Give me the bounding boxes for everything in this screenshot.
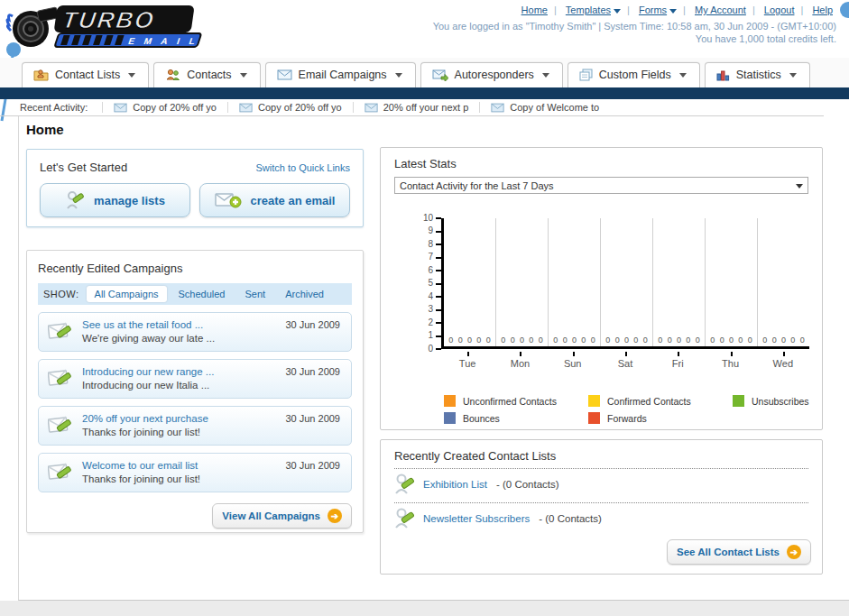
envelope-arrow-icon — [432, 69, 448, 81]
nav-link-logout[interactable]: Logout — [761, 5, 798, 15]
chart-y-axis: 109876543210 — [411, 218, 441, 349]
campaign-title-link[interactable]: See us at the retail food ... — [82, 318, 215, 332]
legend-swatch — [588, 412, 600, 424]
chevron-down-icon — [240, 73, 247, 78]
person-pencil-icon — [394, 473, 414, 495]
campaign-row[interactable]: See us at the retail food ... We're givi… — [38, 312, 352, 352]
recent-activity-item[interactable]: 20% off your next p — [353, 102, 480, 113]
chevron-down-icon — [128, 73, 135, 78]
nav-link-templates[interactable]: Templates — [562, 5, 624, 15]
envelope-pencil-icon — [48, 462, 73, 483]
contact-list-count: - (0 Contacts) — [539, 513, 602, 524]
show-label: SHOW: — [43, 289, 79, 299]
contact-list-row[interactable]: Newsletter Subscribers - (0 Contacts) — [394, 503, 808, 531]
person-pencil-icon — [394, 508, 414, 529]
filter-archived[interactable]: Archived — [277, 286, 332, 302]
nav-link-home[interactable]: Home — [518, 5, 551, 15]
nav-link-forms[interactable]: Forms — [635, 5, 680, 15]
top-nav: Home| Templates| Forms| My Account| Logo… — [518, 5, 836, 15]
stats-period-select[interactable]: Contact Activity for the Last 7 Days — [394, 177, 808, 194]
recent-contact-lists-panel: Recently Created Contact Lists Exhibitio… — [380, 439, 823, 575]
login-line: You are logged in as "Timothy Smith" | S… — [433, 20, 836, 32]
person-pencil-icon — [65, 190, 85, 210]
campaign-subtitle: Thanks for joining our list! — [82, 427, 200, 437]
chevron-down-icon — [614, 9, 621, 14]
campaign-subtitle: Introducing our new Italia ... — [82, 380, 209, 391]
bar-chart-icon — [716, 69, 730, 81]
legend-item: Bounces — [444, 412, 588, 424]
campaign-row[interactable]: Introducing our new range ... Introducin… — [38, 359, 352, 399]
contact-list-row[interactable]: Exhibition List - (0 Contacts) — [394, 469, 808, 497]
svg-text:E M A I L: E M A I L — [127, 36, 200, 46]
campaign-title-link[interactable]: Introducing our new range ... — [82, 365, 214, 379]
campaigns-title: Recently Edited Campaigns — [38, 262, 352, 275]
envelope-icon — [239, 103, 253, 113]
contacts-people-icon — [165, 69, 180, 81]
campaign-date: 30 Jun 2009 — [285, 319, 340, 330]
legend-swatch — [588, 395, 600, 407]
legend-swatch — [733, 395, 744, 407]
recent-activity-label: Recent Activity: — [20, 102, 88, 113]
pages-icon — [579, 69, 593, 81]
create-email-button[interactable]: create an email — [199, 183, 350, 217]
legend-item: Unsubscribes — [733, 395, 809, 407]
turbo-email-logo[interactable]: TURBO E M A I L — [5, 4, 213, 51]
recent-activity-bar: Recent Activity: Copy of 20% off yo Copy… — [0, 99, 849, 115]
credits-line: You have 1,000 total credits left. — [433, 32, 836, 45]
recent-campaigns-panel: Recently Edited Campaigns SHOW: All Camp… — [26, 250, 364, 533]
campaign-row[interactable]: 20% off your next purchase Thanks for jo… — [38, 406, 352, 446]
recent-activity-item[interactable]: Copy of 20% off yo — [227, 102, 353, 113]
navy-divider-bar — [0, 87, 849, 99]
tab-autoresponders[interactable]: Autoresponders — [420, 62, 563, 87]
chevron-down-icon — [542, 73, 549, 78]
legend-swatch — [444, 395, 456, 407]
envelope-pencil-icon — [48, 368, 73, 390]
header: TURBO E M A I L Home| Templates| Forms| … — [0, 0, 849, 58]
chart-legend: Unconfirmed Contacts Confirmed Contacts … — [444, 395, 808, 424]
nav-link-help[interactable]: Help — [808, 5, 836, 15]
campaign-title-link[interactable]: 20% off your next purchase — [82, 412, 208, 426]
main-content: Home Let's Get Started Switch to Quick L… — [18, 116, 849, 601]
get-started-panel: Let's Get Started Switch to Quick Links … — [26, 149, 364, 227]
legend-item: Forwards — [588, 412, 733, 424]
campaign-title-link[interactable]: Welcome to our email list — [82, 459, 200, 473]
contact-list-count: - (0 Contacts) — [496, 479, 559, 490]
nav-link-my-account[interactable]: My Account — [691, 5, 750, 15]
contact-list-link[interactable]: Newsletter Subscribers — [423, 513, 530, 524]
chevron-down-icon — [789, 73, 797, 78]
campaign-row[interactable]: Welcome to our email list Thanks for joi… — [38, 453, 352, 492]
tab-statistics[interactable]: Statistics — [705, 62, 810, 87]
campaign-date: 30 Jun 2009 — [285, 460, 340, 471]
campaign-subtitle: We're giving away our late ... — [82, 333, 215, 344]
login-info: You are logged in as "Timothy Smith" | S… — [433, 20, 836, 45]
contact-folder-icon — [33, 69, 49, 81]
envelope-icon — [277, 69, 292, 80]
tab-contact-lists[interactable]: Contact Lists — [22, 62, 149, 87]
recent-activity-item[interactable]: Copy of 20% off yo — [102, 102, 227, 113]
chart-plot: 00000000000000000000000000000000000 — [441, 218, 809, 349]
legend-item: Confirmed Contacts — [588, 395, 733, 407]
filter-all-campaigns[interactable]: All Campaigns — [87, 286, 167, 302]
recent-activity-item[interactable]: Copy of Welcome to — [479, 102, 610, 113]
envelope-icon — [491, 103, 504, 113]
switch-quick-links-link[interactable]: Switch to Quick Links — [255, 162, 350, 173]
arrow-right-icon — [328, 509, 342, 523]
main-nav: Contact Lists Contacts Email Campaigns — [0, 58, 849, 87]
contact-list-link[interactable]: Exhibition List — [423, 479, 487, 490]
contact-activity-chart: 109876543210 000000000000000000000000000… — [394, 216, 808, 382]
page-title: Home — [26, 122, 64, 137]
filter-sent[interactable]: Sent — [237, 286, 274, 302]
tab-email-campaigns[interactable]: Email Campaigns — [265, 62, 416, 87]
view-all-campaigns-button[interactable]: View All Campaigns — [212, 503, 352, 529]
legend-swatch — [444, 412, 456, 424]
envelope-icon — [365, 103, 378, 113]
footer-strip — [0, 601, 849, 616]
arrow-right-icon — [787, 545, 801, 559]
tab-custom-fields[interactable]: Custom Fields — [568, 62, 700, 87]
tab-contacts[interactable]: Contacts — [153, 62, 260, 87]
filter-scheduled[interactable]: Scheduled — [171, 286, 234, 302]
see-all-contact-lists-button[interactable]: See All Contact Lists — [667, 539, 811, 565]
chevron-down-icon — [669, 9, 677, 14]
manage-lists-button[interactable]: manage lists — [40, 183, 190, 217]
chart-x-axis: TueMonSunSatFriThuWed — [441, 352, 809, 369]
